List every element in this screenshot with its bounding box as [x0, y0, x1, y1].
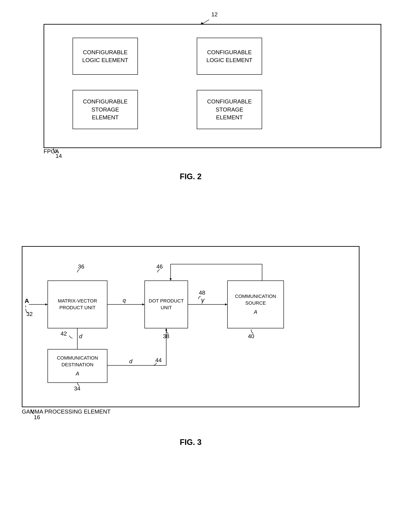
fig3-caption-text: FIG. 3: [180, 438, 202, 447]
communication-source-box: COMMUNICATIONSOURCE A: [227, 281, 284, 328]
configurable-logic-label-left: CONFIGURABLELOGIC ELEMENT: [82, 48, 128, 64]
dot-product-label: DOT PRODUCTUNIT: [149, 298, 184, 311]
communication-source-label: COMMUNICATIONSOURCE: [235, 293, 276, 307]
matrix-vector-label: MATRIX-VECTORPRODUCT UNIT: [58, 298, 97, 311]
ref16-svg: 16: [22, 407, 65, 425]
configurable-storage-label-left: CONFIGURABLESTORAGEELEMENT: [83, 98, 127, 121]
svg-marker-12: [170, 278, 172, 281]
ref-32-text: 32: [26, 311, 33, 317]
ref-36-text: 36: [78, 263, 84, 270]
communication-destination-box: COMMUNICATIONDESTINATION A: [48, 349, 107, 383]
ref-38-text: 38: [163, 333, 169, 340]
gamma-outer-box: q γ d 42: [22, 246, 359, 407]
configurable-logic-label-right: CONFIGURABLELOGIC ELEMENT: [207, 48, 252, 64]
ref-34-text: 34: [74, 385, 80, 392]
dot-product-unit: DOT PRODUCTUNIT: [144, 281, 188, 328]
comm-dest-a-label: A: [76, 370, 79, 377]
d-left-label: d: [79, 333, 82, 340]
ref-42-text: 42: [60, 330, 67, 337]
fpga-outer-box: CONFIGURABLELOGIC ELEMENT CONFIGURABLELO…: [44, 24, 381, 148]
configurable-storage-element-left: CONFIGURABLESTORAGEELEMENT: [72, 90, 138, 129]
svg-marker-6: [142, 303, 144, 305]
ref-40-text: 40: [248, 333, 254, 340]
a-input-label: A: [25, 298, 29, 304]
ref-12-label: 12: [211, 11, 218, 18]
configurable-storage-label-right: CONFIGURABLESTORAGEELEMENT: [207, 98, 252, 121]
fig3-caption: FIG. 3: [22, 438, 359, 447]
page-container: 12 28 28 30 30 CONFIGURABLELOGIC ELEMENT: [0, 0, 395, 532]
d-bottom-label: d: [129, 358, 133, 364]
svg-marker-8: [225, 303, 227, 305]
configurable-logic-element-right: CONFIGURABLELOGIC ELEMENT: [197, 38, 262, 75]
ref14-svg: 14: [44, 146, 87, 163]
ref-46-text: 46: [156, 263, 163, 270]
q-label: q: [123, 297, 126, 304]
configurable-storage-element-right: CONFIGURABLESTORAGEELEMENT: [197, 90, 262, 129]
ref-14-text: 14: [55, 153, 62, 159]
matrix-vector-product-unit: MATRIX-VECTORPRODUCT UNIT: [48, 281, 107, 328]
fig2-caption: FIG. 2: [22, 172, 359, 181]
gamma-label: γ: [201, 296, 205, 304]
ref-48-text: 48: [199, 289, 205, 296]
ref-16-text: 16: [34, 414, 40, 420]
fig2-caption-text: FIG. 2: [180, 172, 202, 181]
communication-destination-label: COMMUNICATIONDESTINATION: [57, 355, 98, 368]
comm-source-a-label: A: [254, 308, 257, 316]
svg-marker-4: [45, 303, 48, 305]
ref-44-text: 44: [155, 357, 162, 364]
configurable-logic-element-left: CONFIGURABLELOGIC ELEMENT: [72, 38, 138, 75]
